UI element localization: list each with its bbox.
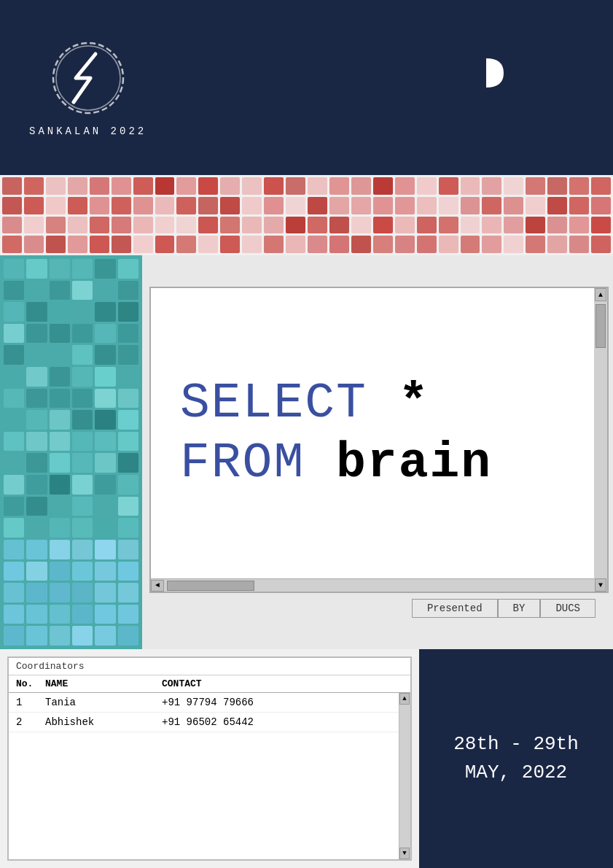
sql-scrollbar-bottom[interactable]: ◄ ► xyxy=(151,578,607,592)
pixel-cell xyxy=(395,177,415,195)
pixel-cell xyxy=(547,236,567,253)
teal-pixel-cell xyxy=(50,410,70,430)
pixel-cell xyxy=(198,236,218,253)
scroll-left-arrow[interactable]: ◄ xyxy=(151,580,164,592)
pixel-cell xyxy=(591,217,611,234)
pixel-cell xyxy=(112,197,131,214)
pixel-cell xyxy=(198,217,218,234)
teal-pixel-cell xyxy=(26,281,47,301)
table-scrollbar[interactable]: ▲ ▼ xyxy=(399,693,410,859)
teal-pixel-cell xyxy=(4,626,24,646)
svg-rect-5 xyxy=(522,77,560,85)
pixel-cell xyxy=(68,236,87,253)
teal-pixel-cell xyxy=(95,281,115,301)
teal-pixel-cell xyxy=(118,497,138,516)
teal-pixel-cell xyxy=(72,345,93,365)
pixel-cell xyxy=(591,197,611,214)
row2-name: Abhishek xyxy=(45,716,162,728)
pixel-cell xyxy=(24,177,44,195)
pixel-cell xyxy=(133,177,153,195)
pixel-cell xyxy=(2,236,22,253)
pixel-cell xyxy=(24,217,44,234)
pixel-cell xyxy=(242,217,262,234)
teal-pixel-cell xyxy=(50,497,70,516)
pixel-cell xyxy=(569,177,589,195)
teal-pixel-cell xyxy=(118,259,138,279)
pixel-cell xyxy=(569,197,589,214)
table-body: 1 Tania +91 97794 79666 2 Abhishek +91 9… xyxy=(9,693,410,859)
pixel-cell xyxy=(155,217,175,234)
teal-pixel-cell xyxy=(95,518,115,538)
teal-pixel-cell xyxy=(26,583,47,602)
main-content: SELECT * FROM brain ▲ ▼ ◄ ► Presented xyxy=(142,255,613,649)
ducs-button[interactable]: DUCS xyxy=(540,599,596,618)
teal-pixel-grid xyxy=(0,255,142,649)
scroll-thumb-vertical[interactable] xyxy=(596,304,606,348)
pixel-cell xyxy=(308,197,327,214)
pixel-cell xyxy=(286,197,305,214)
pixel-cell xyxy=(373,217,393,234)
teal-pixel-cell xyxy=(118,324,138,344)
scroll-thumb-horizontal[interactable] xyxy=(167,581,254,591)
pixel-cell xyxy=(90,197,109,214)
pixel-cell xyxy=(439,236,458,253)
pixel-cell xyxy=(461,236,480,253)
pixel-cell xyxy=(569,236,589,253)
sql-scrollbar-right[interactable]: ▲ ▼ xyxy=(594,288,607,592)
pixel-cell xyxy=(176,197,196,214)
logo-left: SANKALAN 2022 xyxy=(29,38,147,137)
pixel-cell xyxy=(46,236,66,253)
presented-button[interactable]: Presented xyxy=(412,599,498,618)
pixel-cell xyxy=(308,217,327,234)
scroll-up-arrow[interactable]: ▲ xyxy=(595,288,606,301)
pixel-cell xyxy=(547,217,567,234)
teal-pixel-cell xyxy=(95,302,115,322)
teal-pixel-cell xyxy=(72,626,93,646)
teal-pixel-cell xyxy=(50,432,70,452)
pixel-cell xyxy=(264,236,284,253)
scroll-down-arrow[interactable]: ▼ xyxy=(595,578,606,592)
pixel-cell xyxy=(504,236,523,253)
pixel-cell xyxy=(373,177,393,195)
pixel-cell xyxy=(2,177,22,195)
pixel-cell xyxy=(417,177,437,195)
teal-pixel-cell xyxy=(26,324,47,344)
teal-pixel-cell xyxy=(118,453,138,473)
pixel-cell xyxy=(264,217,284,234)
teal-pixel-cell xyxy=(72,540,93,559)
pixel-cell xyxy=(417,236,437,253)
sankalan-text: SANKALAN 2022 xyxy=(29,125,147,137)
teal-pixel-cell xyxy=(72,302,93,322)
pixel-cell xyxy=(482,217,501,234)
asterisk-symbol: * xyxy=(399,375,430,431)
pixel-cell xyxy=(526,217,545,234)
teal-pixel-cell xyxy=(50,367,70,387)
teal-pixel-cell xyxy=(50,626,70,646)
teal-pixel-cell xyxy=(26,302,47,322)
pixel-cell xyxy=(439,197,458,214)
teal-pixel-cell xyxy=(50,302,70,322)
teal-pixel-cell xyxy=(4,389,24,408)
pixel-cell xyxy=(591,177,611,195)
teal-pixel-cell xyxy=(95,540,115,559)
table-scroll-down[interactable]: ▼ xyxy=(399,848,410,859)
ducs-logo-container xyxy=(467,40,584,135)
pixel-cell xyxy=(242,197,262,214)
pixel-cell xyxy=(220,217,240,234)
svg-rect-4 xyxy=(551,47,560,80)
teal-pixel-cell xyxy=(72,583,93,602)
teal-pixel-cell xyxy=(50,562,70,581)
presented-bar: Presented BY DUCS xyxy=(412,599,596,618)
pixel-cell xyxy=(112,217,131,234)
table-title: Coordinators xyxy=(9,658,410,675)
by-button[interactable]: BY xyxy=(498,599,541,618)
pixel-cell xyxy=(504,217,523,234)
table-scroll-up[interactable]: ▲ xyxy=(399,693,410,705)
pixel-cell xyxy=(155,177,175,195)
pixel-cell xyxy=(461,217,480,234)
sql-line2: FROM brain xyxy=(180,433,578,493)
teal-pixel-cell xyxy=(4,281,24,301)
teal-pixel-cell xyxy=(72,281,93,301)
pixel-cell xyxy=(329,217,349,234)
teal-pixel-cell xyxy=(72,410,93,430)
